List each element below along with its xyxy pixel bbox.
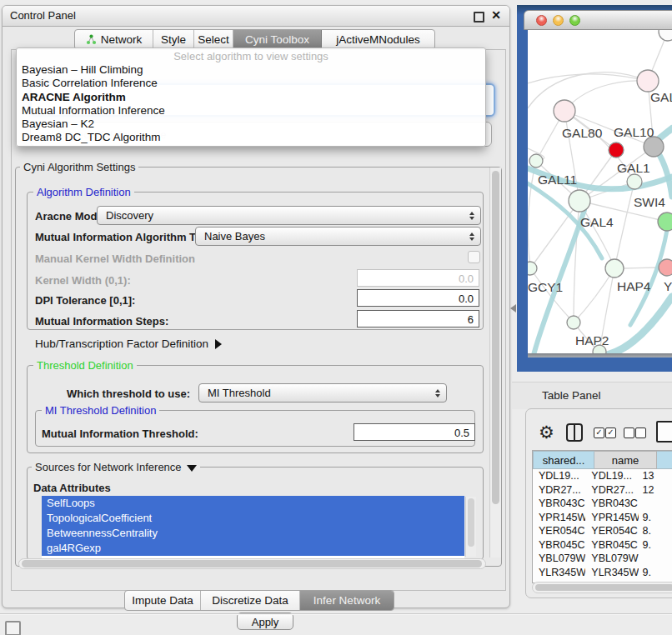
deselect-checkbox-icon[interactable] bbox=[624, 428, 634, 438]
table-row[interactable]: YBR045CYBR045C9. bbox=[533, 538, 672, 552]
tab-select[interactable]: Select bbox=[194, 30, 233, 49]
apply-button[interactable]: Apply bbox=[237, 612, 293, 630]
table-cell: YBL079W bbox=[585, 552, 639, 566]
tab-label: Select bbox=[198, 33, 229, 46]
settings-vertical-scrollbar[interactable] bbox=[489, 168, 501, 558]
bottom-tab-discretize-data[interactable]: Discretize Data bbox=[201, 591, 300, 610]
mi-threshold-field[interactable]: 0.5 bbox=[354, 423, 475, 441]
table-row[interactable]: YER054CYER054C8. bbox=[533, 524, 672, 538]
attribute-list-item-selected[interactable]: gal4RGexp bbox=[42, 541, 464, 556]
network-node-gal11[interactable] bbox=[529, 154, 543, 168]
network-node-gal10[interactable] bbox=[644, 137, 664, 157]
network-node-gal1[interactable] bbox=[627, 174, 642, 189]
deselect-checkbox-icon2[interactable] bbox=[635, 428, 646, 438]
table-row[interactable]: YLR345WYLR345W9. bbox=[533, 566, 672, 580]
algorithm-popup-item[interactable]: Bayesian – Hill Climbing bbox=[17, 63, 485, 77]
network-edge[interactable] bbox=[574, 268, 614, 322]
control-panel-titlebar[interactable]: Control Panel ✕ bbox=[3, 6, 509, 27]
manual-kernel-label: Manual Kernel Width Definition bbox=[35, 252, 195, 265]
table-row[interactable]: YDR27...YDR27...12 bbox=[533, 483, 672, 498]
kernel-width-field[interactable]: 0.0 bbox=[357, 269, 479, 287]
network-icon bbox=[86, 34, 97, 45]
table-row[interactable]: YPR145WYPR145W9. bbox=[533, 511, 672, 525]
hub-transcription-section[interactable]: Hub/Transcription Factor Definition bbox=[35, 338, 222, 350]
table-cell: YLR345W bbox=[533, 566, 585, 580]
network-node[interactable] bbox=[659, 30, 672, 41]
attribute-list-item-selected[interactable]: TopologicalCoefficient bbox=[42, 511, 464, 526]
minimize-light[interactable] bbox=[553, 15, 564, 26]
zoom-light[interactable] bbox=[569, 15, 580, 26]
network-node-gal80[interactable] bbox=[554, 100, 575, 122]
new-table-icon[interactable] bbox=[656, 421, 672, 442]
hub-section-label: Hub/Transcription Factor Definition bbox=[35, 338, 208, 350]
select-all-checkbox-icon2[interactable]: ✓ bbox=[605, 428, 616, 438]
attribute-list-item-selected[interactable]: SelfLoops bbox=[42, 496, 464, 511]
network-node-y[interactable] bbox=[659, 259, 672, 276]
aracne-mode-combo[interactable]: Discovery bbox=[97, 206, 481, 225]
table-horizontal-scrollbar[interactable] bbox=[532, 582, 672, 593]
algorithm-definition-title: Algorithm Definition bbox=[33, 186, 134, 198]
network-node-gal[interactable] bbox=[637, 70, 659, 92]
close-light[interactable] bbox=[536, 15, 547, 26]
network-edge[interactable] bbox=[564, 81, 648, 111]
sources-group-title[interactable]: Sources for Network Inference bbox=[32, 461, 200, 473]
network-edge[interactable] bbox=[614, 182, 634, 268]
which-threshold-combo[interactable]: MI Threshold bbox=[198, 383, 447, 402]
tab-label: Impute Data bbox=[132, 594, 193, 607]
mi-steps-field[interactable]: 6 bbox=[357, 310, 479, 328]
network-node-gal4[interactable] bbox=[569, 190, 590, 212]
network-node-label: HAP4 bbox=[617, 279, 651, 293]
tab-style[interactable]: Style bbox=[153, 30, 194, 49]
panel-divider-arrow-icon[interactable] bbox=[510, 304, 516, 312]
tab-network[interactable]: Network bbox=[75, 30, 153, 49]
column-header-a[interactable]: A bbox=[657, 451, 672, 469]
settings-gear-icon[interactable]: ⚙ bbox=[539, 423, 554, 441]
algorithm-popup-item[interactable]: Bayesian – K2 bbox=[17, 118, 485, 131]
algorithm-popup-item[interactable]: Mutual Information Inference bbox=[17, 104, 485, 118]
table-row[interactable]: YBL079WYBL079W bbox=[533, 552, 672, 566]
table-cell: YPR145W bbox=[585, 511, 639, 525]
network-window-titlebar[interactable] bbox=[524, 10, 672, 30]
data-attributes-list[interactable]: SelfLoopsTopologicalCoefficientBetweenne… bbox=[42, 496, 464, 558]
network-node-label: GAL bbox=[650, 90, 672, 104]
collapse-down-icon bbox=[187, 465, 197, 472]
network-edge[interactable] bbox=[530, 201, 579, 268]
network-node-hap2[interactable] bbox=[567, 316, 580, 329]
table-cell: 9. bbox=[639, 511, 672, 525]
tab-cyni-toolbox[interactable]: Cyni Toolbox bbox=[233, 30, 322, 49]
close-icon[interactable]: ✕ bbox=[491, 8, 501, 22]
algorithm-popup-item[interactable]: Basic Correlation Inference bbox=[17, 77, 485, 90]
table-row[interactable]: YBR043CYBR043C bbox=[533, 497, 672, 511]
mi-type-combo[interactable]: Naive Bayes bbox=[195, 227, 481, 246]
algorithm-popup-item[interactable]: ARACNE Algorithm bbox=[17, 91, 485, 104]
column-header-name[interactable]: name bbox=[594, 451, 657, 469]
table-row[interactable]: YDL19...YDL19...13 bbox=[533, 469, 672, 483]
column-layout-icon[interactable] bbox=[566, 423, 583, 442]
select-all-checkbox-icon[interactable]: ✓ bbox=[594, 428, 604, 438]
attribute-list-item-selected[interactable]: BetweennessCentrality bbox=[42, 526, 464, 541]
network-view-window: GALGAL80GAL10GAL11GAL1GAL4SWI4GCY1HAP4YH… bbox=[517, 5, 672, 372]
bottom-tab-infer-network[interactable]: Infer Network bbox=[300, 591, 394, 610]
manual-kernel-checkbox[interactable] bbox=[468, 251, 480, 263]
network-node-hap4[interactable] bbox=[605, 259, 624, 278]
settings-horizontal-scrollbar[interactable] bbox=[18, 558, 486, 569]
table-rows[interactable]: YDL19...YDL19...13YDR27...YDR27...12YBR0… bbox=[533, 469, 672, 582]
network-node-gcy1[interactable] bbox=[528, 262, 537, 275]
network-node-swi4[interactable] bbox=[658, 212, 672, 231]
attribute-list-scrollbar[interactable] bbox=[465, 497, 476, 557]
algorithm-popup-placeholder: Select algorithm to view settings bbox=[17, 48, 485, 63]
algorithm-popup-item[interactable]: Dream8 DC_TDC Algorithm bbox=[17, 131, 485, 144]
tab-jactivemnodules[interactable]: jActiveMNodules bbox=[322, 30, 434, 49]
dpi-tolerance-field[interactable]: 0.0 bbox=[357, 289, 479, 307]
float-window-icon[interactable] bbox=[474, 12, 484, 22]
table-cell: YDL19... bbox=[585, 469, 639, 483]
mi-threshold-group-title: MI Threshold Definition bbox=[42, 404, 159, 417]
network-canvas[interactable]: GALGAL80GAL10GAL11GAL1GAL4SWI4GCY1HAP4YH… bbox=[528, 30, 672, 353]
column-header-shared[interactable]: shared... bbox=[533, 451, 594, 469]
mi-type-label: Mutual Information Algorithm Type: bbox=[35, 231, 218, 243]
network-edge[interactable] bbox=[528, 161, 536, 268]
bottom-tab-impute-data[interactable]: Impute Data bbox=[125, 591, 201, 610]
network-node[interactable] bbox=[609, 142, 624, 158]
minimized-panel-icon[interactable] bbox=[5, 621, 21, 635]
network-edge[interactable] bbox=[624, 268, 659, 268]
